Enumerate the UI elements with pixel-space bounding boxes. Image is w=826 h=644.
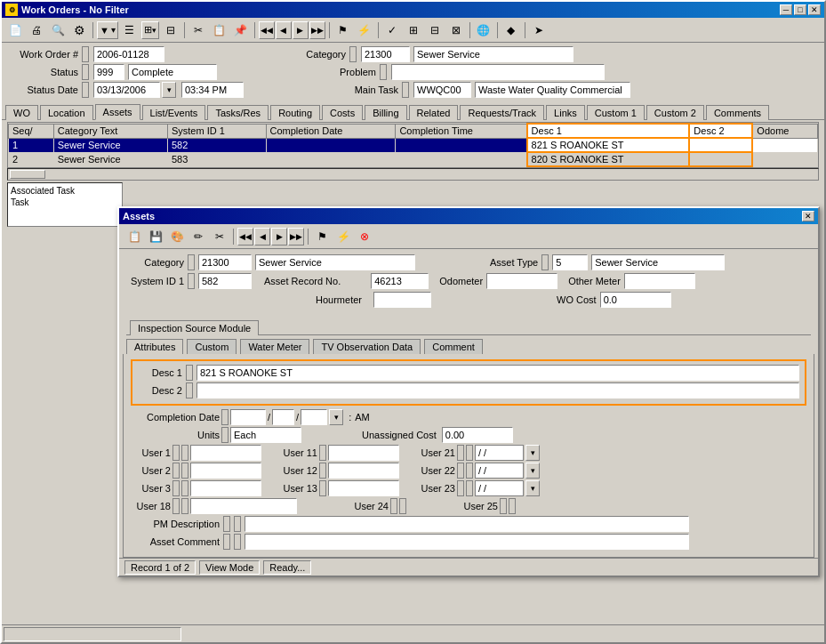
tab-listevents[interactable]: List/Events [142,105,206,120]
toolbar-filter-dropdown[interactable]: ▼ ▾ [97,21,118,39]
user21-date-input[interactable] [475,445,524,461]
user18-input[interactable] [190,498,297,514]
modal-close-button[interactable]: ✕ [802,211,814,221]
compdate-dropdown[interactable]: ▾ [329,409,343,425]
category-name-field[interactable] [413,46,573,62]
pmdesc-input[interactable] [245,516,689,532]
modal-recno-value[interactable] [371,273,429,289]
modal-tb-stop[interactable]: ⊗ [355,227,374,246]
maximize-button[interactable]: □ [794,4,806,15]
close-button[interactable]: ✕ [808,4,821,15]
modal-nav-first[interactable]: ◀◀ [237,228,253,246]
modal-othermeter-value[interactable] [624,273,695,289]
user3-input[interactable] [190,480,261,496]
toolbar-table[interactable]: ⊠ [446,20,466,40]
toolbar-grid2[interactable]: ⊟ [425,20,445,40]
tab-routing[interactable]: Routing [270,105,320,120]
modal-tb-edit[interactable]: ✏ [188,227,208,246]
modal-category-name[interactable] [255,254,415,270]
tab-assets[interactable]: Assets [95,104,140,120]
compdate-year-input[interactable] [301,409,327,425]
tab-billing[interactable]: Billing [365,105,406,120]
modal-wocost-value[interactable] [600,292,671,308]
nav-last[interactable]: ▶▶ [309,21,325,39]
toolbar-diamond[interactable]: ◆ [501,20,521,40]
toolbar-view-dropdown[interactable]: ⊞ ▾ [141,21,159,39]
maintask-name-field[interactable] [475,82,630,98]
toolbar-globe[interactable]: 🌐 [474,20,493,40]
tab-costs[interactable]: Costs [322,105,363,120]
nav-prev[interactable]: ◀ [276,21,292,39]
toolbar-grid1[interactable]: ⊞ [404,20,423,40]
compdate-month-input[interactable] [272,409,294,425]
modal-nav-next[interactable]: ▶ [271,228,287,246]
toolbar-gear[interactable]: ⚙ [69,20,89,40]
toolbar-flag[interactable]: ⚑ [333,20,353,40]
modal-tab-tvobservation[interactable]: TV Observation Data [313,339,421,354]
modal-nav-prev[interactable]: ◀ [254,228,270,246]
nav-first[interactable]: ◀◀ [259,21,275,39]
modal-tab-attributes[interactable]: Attributes [126,339,183,354]
modal-tb-scissors[interactable]: ✂ [210,227,229,246]
toolbar-copy[interactable]: 📋 [210,20,229,40]
user12-input[interactable] [328,463,399,479]
units-input[interactable] [230,427,301,443]
table-row[interactable]: 2 Sewer Service 583 820 S ROANOKE ST [9,152,818,166]
modal-tb-new[interactable]: 📋 [124,227,144,246]
modal-tab-inspection[interactable]: Inspection Source Module [130,320,259,335]
user11-input[interactable] [328,445,399,461]
tab-tasksres[interactable]: Tasks/Res [207,105,269,120]
tab-links[interactable]: Links [546,105,585,120]
toolbar-new[interactable]: 📄 [5,20,25,40]
tab-requests[interactable]: Requests/Track [460,105,544,120]
modal-tab-comment[interactable]: Comment [424,339,483,354]
toolbar-paste[interactable]: 📌 [231,20,251,40]
tab-location[interactable]: Location [40,105,93,120]
user23-date-input[interactable] [475,480,524,496]
toolbar-map[interactable]: ⊟ [161,20,180,40]
category-code-field[interactable] [361,46,410,62]
status-date-dropdown[interactable]: ▾ [162,82,176,98]
modal-sysid-value[interactable] [198,273,252,289]
modal-tb-flag[interactable]: ⚑ [312,227,332,246]
toolbar-checkmark[interactable]: ✓ [382,20,402,40]
desc1-input[interactable] [196,365,799,381]
modal-category-code[interactable] [198,254,252,270]
user2-input[interactable] [190,463,261,479]
h-scroll-thumb[interactable] [10,170,45,179]
user1-input[interactable] [190,445,261,461]
assetcomment-input[interactable] [245,534,689,550]
toolbar-search[interactable]: 🔍 [48,20,68,40]
tab-custom1[interactable]: Custom 1 [587,105,645,120]
modal-tb-lightning[interactable]: ⚡ [333,227,353,246]
modal-tab-watermeter[interactable]: Water Meter [240,339,309,354]
unassigned-cost-input[interactable] [442,427,513,443]
user22-date-input[interactable] [475,463,524,479]
modal-assettype-name[interactable] [591,254,725,270]
user23-dropdown[interactable]: ▾ [525,480,540,496]
user13-input[interactable] [328,480,399,496]
user21-dropdown[interactable]: ▾ [525,445,540,461]
modal-tb-save[interactable]: 💾 [146,227,165,246]
maintask-code-field[interactable] [413,82,471,98]
wo-number-field[interactable] [93,46,164,62]
modal-assettype-code[interactable] [552,254,588,270]
desc2-input[interactable] [196,382,799,398]
status-code-field[interactable] [93,64,124,80]
modal-tb-paint[interactable]: 🎨 [167,227,187,246]
minimize-button[interactable]: ─ [780,4,792,15]
tab-wo[interactable]: WO [5,105,38,120]
problem-field[interactable] [391,64,605,80]
tab-comments[interactable]: Comments [706,105,769,120]
toolbar-print[interactable]: 🖨 [27,20,46,40]
status-name-field[interactable] [128,64,217,80]
table-row[interactable]: 1 Sewer Service 582 821 S ROANOKE ST [9,138,818,152]
toolbar-list[interactable]: ☰ [120,20,140,40]
status-date-input[interactable] [93,82,160,98]
tab-custom2[interactable]: Custom 2 [646,105,704,120]
modal-nav-last[interactable]: ▶▶ [288,228,304,246]
modal-odometer-value[interactable] [486,273,557,289]
modal-hourmeter-value[interactable] [373,292,431,308]
user22-dropdown[interactable]: ▾ [525,463,540,479]
status-time-input[interactable] [181,82,244,98]
